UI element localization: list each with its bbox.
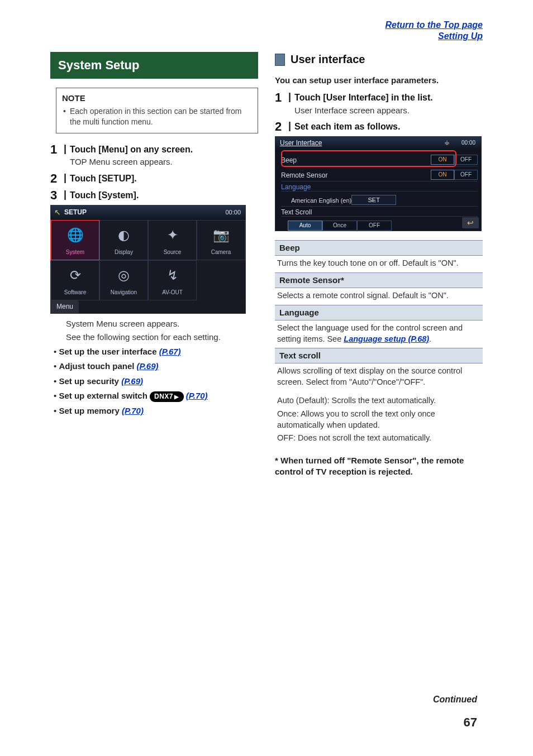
beep-toggle: ON OFF	[431, 155, 478, 165]
beep-label: Beep	[281, 156, 431, 165]
textscroll-options: Auto (Default): Scrolls the text automat…	[275, 391, 483, 447]
continued-label: Continued	[433, 693, 477, 706]
step-head: Touch [SETUP].	[70, 173, 258, 185]
menu-tab: Menu	[51, 300, 79, 313]
setup-tile-navigation: ◎Navigation	[99, 260, 148, 300]
equalizer-icon: ≑	[444, 138, 450, 147]
page-ref-link[interactable]: (P.70)	[122, 406, 144, 415]
footnote: * When turned off "Remote Sensor", the r…	[275, 455, 483, 478]
back-button-icon: ↩	[462, 217, 479, 228]
page-ref-link[interactable]: (P.67)	[159, 347, 181, 356]
scroll-auto: Auto	[288, 221, 322, 231]
textscroll-label: Text Scroll	[281, 208, 478, 217]
dnx7-badge: DNX7▶	[150, 391, 184, 402]
ui-screenshot: User Interface ≑ 00:00 Beep ON OFF Remot…	[275, 136, 482, 231]
setting-up-link[interactable]: Setting Up	[438, 31, 483, 41]
remote-sensor-label: Remote Sensor	[281, 171, 431, 180]
step-number: 1	[50, 143, 60, 168]
page-number: 67	[464, 714, 477, 731]
section-marker-icon	[275, 54, 285, 66]
textscroll-toggle: Auto Once OFF	[288, 221, 392, 231]
step-desc: User Interface screen appears.	[294, 105, 483, 116]
step-head: Touch [Menu] on any screen.	[70, 143, 258, 156]
step-number: 2	[275, 121, 285, 133]
after-shot-line-2: See the following section for each setti…	[50, 332, 258, 343]
toggle-off: OFF	[454, 170, 478, 180]
language-label: Language	[281, 183, 478, 192]
setup-tile-source: ✦Source	[148, 220, 197, 260]
setup-tile-display: ◐Display	[99, 220, 148, 260]
step-head: Touch [System].	[70, 189, 258, 202]
step-head: Set each item as follows.	[294, 121, 483, 133]
page-ref-link[interactable]: (P.69)	[121, 376, 143, 386]
bullet-text: Set up security	[59, 376, 119, 386]
setup-tile-avout: ↯AV-OUT	[148, 260, 197, 300]
step-number: 1	[275, 92, 285, 116]
setup-tile-system: 🌐System	[51, 220, 99, 260]
def-body: Turns the key touch tone on or off. Defa…	[275, 256, 483, 272]
after-shot-line-1: System Menu screen appears.	[50, 318, 258, 329]
setup-screenshot: ↖ SETUP 00:00 🌐System ◐Display ✦Source 📷…	[50, 205, 246, 314]
language-setup-link[interactable]: Language setup (P.68)	[344, 334, 429, 343]
toggle-on: ON	[431, 155, 454, 165]
clock-label: 00:00	[461, 139, 475, 147]
bullet-text: Set up the user interface	[59, 347, 156, 356]
page-ref-link[interactable]: (P.70)	[186, 391, 208, 400]
step-head: Touch [User Interface] in the list.	[294, 92, 483, 104]
def-body: Allows scrolling of text display on the …	[275, 363, 483, 391]
header-links: Return to the Top page Setting Up	[50, 20, 483, 42]
toggle-off: OFF	[454, 155, 478, 165]
bullet-text: Set up external switch	[59, 391, 147, 400]
def-head-remote: Remote Sensor*	[275, 272, 483, 288]
setup-tile-software: ⟳Software	[51, 260, 99, 300]
def-body: Selects a remote control signal. Default…	[275, 288, 483, 305]
system-setup-title: System Setup	[50, 52, 258, 79]
def-head-beep: Beep	[275, 240, 483, 256]
note-title: NOTE	[62, 93, 252, 104]
bullet-text: Adjust touch panel	[59, 361, 134, 371]
scroll-once: Once	[322, 221, 357, 231]
setup-tile-camera: 📷Camera	[197, 220, 245, 260]
remote-toggle: ON OFF	[431, 170, 478, 180]
setup-shot-title: SETUP	[64, 208, 87, 217]
bullet-text: Set up memory	[59, 406, 119, 415]
back-arrow-icon: ↖	[54, 207, 61, 218]
def-head-language: Language	[275, 305, 483, 320]
step-desc: TOP Menu screen appears.	[70, 156, 258, 168]
return-top-link[interactable]: Return to the Top page	[385, 20, 483, 30]
language-value: American English (en)	[281, 197, 351, 205]
clock-label: 00:00	[225, 208, 241, 217]
note-box: NOTE Each operation in this section can …	[56, 88, 258, 133]
note-body: Each operation in this section can be st…	[62, 106, 252, 127]
toggle-on: ON	[431, 170, 454, 180]
scroll-off: OFF	[357, 221, 392, 231]
step-number: 3	[50, 189, 60, 202]
page-ref-link[interactable]: (P.69)	[137, 361, 159, 371]
set-button: SET	[351, 195, 396, 205]
def-body: Select the language used for the control…	[275, 320, 483, 348]
def-head-textscroll: Text scroll	[275, 348, 483, 363]
user-interface-title: User interface	[291, 52, 365, 67]
step-number: 2	[50, 173, 60, 185]
ui-shot-title: User Interface	[280, 138, 322, 147]
ui-intro: You can setup user interface parameters.	[275, 75, 483, 86]
